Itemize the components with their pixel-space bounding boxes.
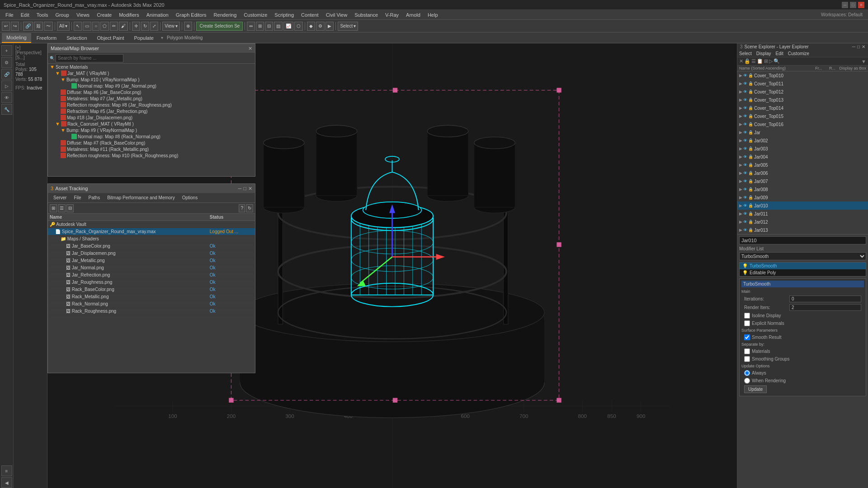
scene-list-item[interactable]: ▶ 👁 🔒 Cover_Top012: [737, 88, 868, 96]
scene-list-item[interactable]: ▶ 👁 🔒 Jar012: [737, 218, 868, 226]
asset-tracking-header[interactable]: 3 Asset Tracking ─ □ ✕: [48, 184, 255, 193]
asset-row[interactable]: 🖼 Jar_Roughness.pngOk: [48, 279, 255, 286]
tab-selection[interactable]: Selection: [62, 33, 91, 43]
jar-bump-item[interactable]: ▼ Bump: Map #10 ( VRayNormalMap ): [48, 76, 255, 83]
col-name[interactable]: Name: [48, 214, 208, 221]
scene-list-item[interactable]: ▶ 👁 🔒 Cover_Top016: [737, 120, 868, 128]
when-rendering-radio[interactable]: [744, 378, 750, 384]
material-browser-close[interactable]: ✕: [248, 46, 252, 52]
asset-row[interactable]: 🖼 Rack_Metallic.pngOk: [48, 293, 255, 300]
scene-list-item[interactable]: ▶ 👁 🔒 Jar010: [737, 202, 868, 210]
maximize-button[interactable]: □: [850, 2, 856, 8]
asset-row[interactable]: 🔑 Autodesk Vault: [48, 221, 255, 228]
tab-populate[interactable]: Populate: [129, 33, 158, 43]
smooth-result-checkbox[interactable]: [744, 334, 750, 340]
asset-refresh-button[interactable]: ↻: [246, 204, 253, 212]
menu-views[interactable]: Views: [73, 11, 93, 19]
scene-toolbar-icon-3[interactable]: ☰: [751, 58, 756, 64]
scene-toolbar-icon-2[interactable]: 🔒: [744, 58, 750, 64]
material-search-input[interactable]: [56, 54, 123, 62]
menu-graph-editors[interactable]: Graph Editors: [172, 11, 210, 19]
view-dropdown[interactable]: View ▾: [162, 22, 180, 31]
scene-toolbar-icon-5[interactable]: ⊞: [764, 58, 768, 64]
asset-row[interactable]: 🖼 Rack_Roughness.pngOk: [48, 308, 255, 315]
asset-row[interactable]: 🖼 Jar_Normal.pngOk: [48, 264, 255, 272]
material-browser-header[interactable]: Material/Map Browser ✕: [48, 44, 255, 53]
scene-filter-icon[interactable]: ▼: [861, 59, 866, 64]
asset-row[interactable]: 📄 Spice_Rack_Organizer_Round_max_vray.ma…: [48, 228, 255, 235]
select-region-lasso-button[interactable]: ✏: [110, 22, 118, 31]
jar-diffuse-item[interactable]: Diffuse: Map #6 (Jar_BaseColor.png): [48, 89, 255, 95]
asset-maximize-button[interactable]: □: [243, 186, 246, 191]
minimize-button[interactable]: ─: [842, 2, 848, 8]
scene-list-item[interactable]: ▶ 👁 🔒 Jar003: [737, 145, 868, 153]
sidebar-scene-explorer-icon[interactable]: ≡: [1, 465, 12, 476]
scene-toolbar-icon-7[interactable]: 🔍: [774, 58, 780, 64]
asset-row[interactable]: 🖼 Jar_Displacemen.pngOk: [48, 250, 255, 257]
menu-help[interactable]: Help: [424, 11, 442, 19]
asset-row[interactable]: 🖼 Rack_BaseColor.pngOk: [48, 286, 255, 293]
sidebar-collapse-icon[interactable]: ◀: [1, 477, 12, 488]
sidebar-motion-icon[interactable]: ▷: [1, 80, 12, 91]
scene-list-item[interactable]: ▶ 👁 🔒 Jar013: [737, 226, 868, 234]
scene-list-item[interactable]: ▶ 👁 🔒 Cover_Top015: [737, 112, 868, 120]
asset-btn-2[interactable]: ☰: [58, 204, 66, 212]
align-view-button[interactable]: ⊟: [265, 22, 273, 31]
window-controls[interactable]: ─ □ ✕: [842, 2, 864, 8]
menu-create[interactable]: Create: [93, 11, 115, 19]
menu-scripting[interactable]: Scripting: [271, 11, 297, 19]
unlink-button[interactable]: ⛓: [34, 22, 43, 31]
filter-dropdown[interactable]: All▾: [57, 22, 70, 31]
select-region-paint-button[interactable]: 🖌: [119, 22, 128, 31]
scene-materials-header[interactable]: ▼ Scene Materials: [48, 64, 255, 70]
rack-normal-item[interactable]: Normal map: Map #8 (Rack_Normal.png): [48, 133, 255, 140]
rotate-button[interactable]: ↻: [141, 22, 149, 31]
bind-space-warp-button[interactable]: 〜: [44, 22, 53, 31]
menu-rendering[interactable]: Rendering: [210, 11, 241, 19]
asset-menu-file[interactable]: File: [70, 194, 85, 201]
render-setup-button[interactable]: ⚙: [316, 22, 325, 31]
more-tabs-button[interactable]: ▾: [161, 35, 163, 40]
asset-row[interactable]: 🖼 Jar_BaseColor.pngOk: [48, 243, 255, 250]
rack-mat-item[interactable]: ▼ Rack_Caorusel_MAT ( VRayMtl ): [48, 121, 255, 127]
select-region-rect-button[interactable]: ▭: [83, 22, 91, 31]
select-link-button[interactable]: 🔗: [23, 22, 33, 31]
menu-tools[interactable]: Tools: [33, 11, 52, 19]
jar-mat-item[interactable]: ▼ Jar_MAT ( VRayMtl ): [48, 70, 255, 76]
asset-menu-server[interactable]: Server: [50, 194, 70, 201]
smoothing-groups-checkbox[interactable]: [744, 356, 750, 362]
menu-file[interactable]: File: [2, 11, 17, 19]
scene-list-item[interactable]: ▶ 👁 🔒 Jar011: [737, 210, 868, 218]
menu-civil-view[interactable]: Civil View: [322, 11, 351, 19]
rack-reflection-item[interactable]: Reflection roughness: Map #10 (Rack_Roug…: [48, 152, 255, 159]
explicit-normals-checkbox[interactable]: [744, 320, 750, 326]
update-button[interactable]: Update: [744, 385, 767, 393]
always-radio[interactable]: [744, 370, 750, 376]
undo-button[interactable]: ↩: [2, 22, 10, 31]
sidebar-modify-icon[interactable]: ⚙: [1, 57, 12, 68]
jar-disp-item[interactable]: Map #18 (Jar_Displacemen.png): [48, 114, 255, 121]
select-region-fence-button[interactable]: ⬠: [100, 22, 109, 31]
material-editor-button[interactable]: ◆: [307, 22, 315, 31]
scene-toolbar-icon-1[interactable]: ✕: [739, 58, 743, 64]
menu-vray[interactable]: V-Ray: [382, 11, 402, 19]
render-button[interactable]: ▶: [326, 22, 334, 31]
asset-tracking-close[interactable]: ✕: [248, 186, 252, 192]
render-iters-input[interactable]: [789, 304, 861, 311]
scene-list-item[interactable]: ▶ 👁 🔒 Jar002: [737, 136, 868, 145]
select-named-dropdown[interactable]: Select ▾: [338, 22, 358, 31]
turbosmooth-modifier[interactable]: 💡 TurboSmooth: [740, 263, 866, 269]
scene-list-item[interactable]: ▶ 👁 🔒 Jar008: [737, 185, 868, 193]
editable-poly-modifier[interactable]: 💡 Editable Poly: [740, 269, 866, 276]
menu-edit[interactable]: Edit: [17, 11, 33, 19]
create-selection-button[interactable]: Create Selection Se: [196, 22, 243, 31]
menu-arnold[interactable]: Arnold: [402, 11, 424, 19]
menu-group[interactable]: Group: [52, 11, 73, 19]
scene-list-item[interactable]: ▶ 👁 🔒 Cover_Top010: [737, 71, 868, 80]
jar-metalness-item[interactable]: Metalness: Map #7 (Jar_Metallic.png): [48, 95, 255, 102]
asset-row[interactable]: 📁 Maps / Shaders: [48, 235, 255, 243]
scene-list-item[interactable]: ▶ 👁 🔒 Cover_Top011: [737, 80, 868, 88]
align-button[interactable]: ⊞: [256, 22, 264, 31]
asset-menu-options[interactable]: Options: [179, 194, 201, 201]
asset-btn-3[interactable]: ⊟: [66, 204, 74, 212]
